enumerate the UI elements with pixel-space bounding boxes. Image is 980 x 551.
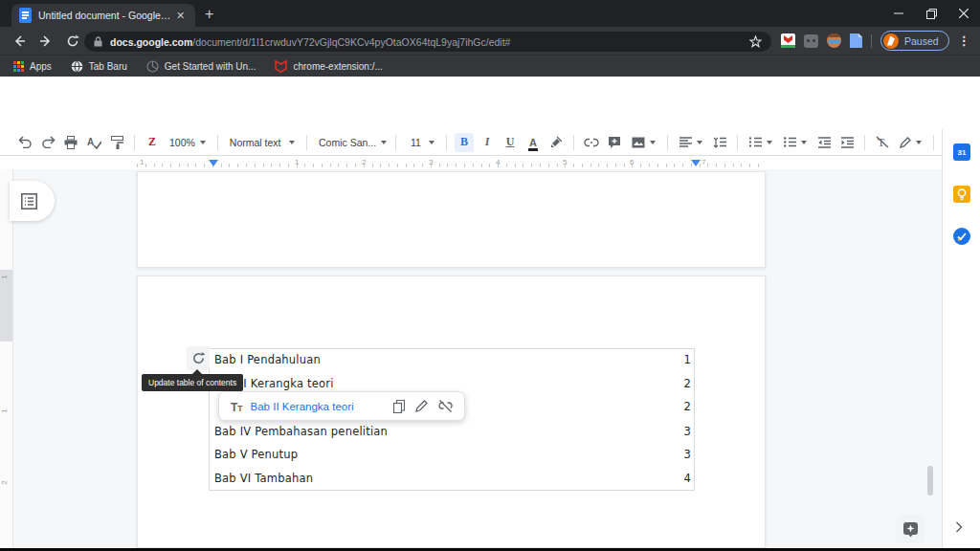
toc-row[interactable]: Bab V Penutup 3 — [214, 448, 691, 462]
font-select[interactable]: Comic San... — [315, 133, 388, 152]
line-spacing-icon[interactable] — [710, 133, 729, 152]
align-button[interactable] — [676, 133, 706, 152]
keep-icon[interactable] — [953, 186, 970, 203]
profile-avatar — [883, 33, 899, 49]
bold-button[interactable]: B — [455, 133, 474, 152]
editing-mode-button[interactable] — [896, 133, 925, 152]
paragraph-style-select[interactable]: Normal text — [226, 133, 299, 152]
back-icon[interactable] — [6, 34, 33, 48]
tasks-icon[interactable] — [953, 228, 970, 245]
document-canvas: Bab I Pendahuluan 1 Bab II Kerangka teor… — [0, 169, 942, 548]
italic-button[interactable]: I — [478, 133, 497, 152]
undo-icon[interactable] — [15, 133, 34, 152]
refresh-icon — [192, 352, 205, 364]
bookmark-tab-baru[interactable]: Tab Baru — [71, 60, 127, 73]
chevron-down-icon — [289, 141, 295, 144]
font-size-select[interactable]: 11 — [404, 133, 438, 152]
insert-link-icon[interactable] — [582, 133, 601, 152]
copy-link-icon[interactable] — [393, 400, 405, 413]
lock-icon — [94, 36, 102, 47]
side-panel: 31 — [942, 129, 980, 548]
bookmark-chrome-extension[interactable]: chrome-extension:/... — [275, 60, 382, 73]
tab-close-icon[interactable]: ✕ — [176, 10, 185, 22]
extension-area: Paused ⋮ — [781, 27, 970, 55]
chevron-down-icon — [429, 141, 434, 144]
browser-menu-icon[interactable]: ⋮ — [958, 33, 970, 48]
bookmark-apps[interactable]: Apps — [13, 61, 52, 72]
bookmark-star-icon[interactable] — [749, 35, 762, 48]
chevron-down-icon — [381, 141, 387, 144]
paint-format-icon[interactable] — [107, 133, 126, 152]
outline-icon — [21, 193, 37, 209]
pinwheel-icon — [146, 60, 159, 73]
decrease-indent-icon[interactable] — [814, 133, 834, 152]
left-indent-marker[interactable] — [209, 160, 218, 166]
forward-icon[interactable] — [33, 34, 59, 48]
extension-avatar-icon[interactable] — [827, 33, 841, 48]
bookmarks-bar: Apps Tab Baru Get Started with Un... chr… — [0, 55, 980, 77]
update-toc-tooltip: Update table of contents — [142, 374, 243, 391]
link-target[interactable]: Bab II Kerangka teori — [251, 401, 354, 412]
browser-tab[interactable]: Untitled document - Google Doc ✕ — [11, 4, 195, 27]
profile-paused-chip[interactable]: Paused — [880, 31, 949, 51]
text-color-button[interactable]: A — [523, 133, 543, 152]
chevron-down-icon — [916, 141, 922, 144]
chevron-down-icon — [200, 141, 206, 144]
extension-docs-icon[interactable] — [850, 33, 862, 48]
profile-paused-label: Paused — [904, 35, 939, 47]
underline-button[interactable]: U — [501, 133, 520, 152]
address-bar[interactable]: docs.google.com/document/d/1I1crwduvY72v… — [84, 32, 771, 52]
edit-link-icon[interactable] — [415, 400, 428, 412]
spellcheck-icon[interactable]: A — [84, 133, 103, 152]
zotero-icon[interactable]: Z — [143, 133, 162, 152]
unlink-icon[interactable] — [438, 400, 453, 412]
toc-row[interactable]: Bab IV Pembahasan penelitian 3 — [214, 425, 691, 439]
divider — [871, 34, 872, 48]
window-controls — [882, 0, 980, 27]
collapse-panel-icon[interactable] — [955, 521, 972, 539]
toc-row[interactable]: Bab VI Tambahan 4 — [214, 472, 691, 486]
apps-grid-icon — [13, 61, 24, 72]
toc-row[interactable]: Bab II Kerangka teori 2 — [214, 377, 691, 391]
docs-toolbar: A Z 100% Normal text Comic San... 11 B I… — [0, 129, 980, 156]
toc-row[interactable]: Bab I Pendahuluan 1 — [214, 353, 691, 367]
chevron-down-icon — [650, 141, 656, 144]
numbered-list-button[interactable] — [746, 133, 776, 152]
tab-title: Untitled document - Google Doc — [38, 10, 172, 21]
bulleted-list-button[interactable] — [780, 133, 811, 152]
chevron-down-icon — [801, 141, 807, 144]
window-minimize-button[interactable] — [882, 0, 915, 27]
page-1[interactable] — [137, 171, 766, 268]
explore-icon — [902, 521, 919, 538]
svg-text:A: A — [87, 137, 94, 147]
update-toc-button[interactable] — [187, 346, 210, 370]
right-indent-marker[interactable] — [691, 160, 701, 166]
extension-robot-icon[interactable] — [804, 34, 818, 48]
highlight-color-icon[interactable] — [546, 133, 566, 152]
print-icon[interactable] — [61, 133, 80, 152]
increase-indent-icon[interactable] — [837, 133, 857, 152]
mcafee-shield-icon — [275, 60, 287, 73]
show-outline-button[interactable] — [10, 181, 55, 221]
canvas-scrollbar-thumb[interactable] — [927, 466, 933, 496]
horizontal-ruler[interactable]: 1 1 2 3 4 5 6 7 — [0, 156, 942, 169]
docs-header: Untitled document File Edit View Insert … — [0, 77, 980, 129]
explore-button[interactable] — [896, 515, 924, 543]
heading-link-icon: TT — [231, 398, 243, 415]
window-close-button[interactable] — [947, 0, 980, 27]
new-tab-button[interactable]: + — [205, 5, 213, 24]
insert-image-button[interactable] — [628, 133, 659, 152]
redo-icon[interactable] — [38, 133, 57, 152]
chevron-down-icon — [697, 141, 702, 144]
bookmark-get-started[interactable]: Get Started with Un... — [146, 60, 256, 73]
zoom-select[interactable]: 100% — [166, 133, 210, 152]
add-comment-icon[interactable] — [605, 133, 624, 152]
window-restore-button[interactable] — [915, 0, 947, 27]
browser-tab-strip: Untitled document - Google Doc ✕ + — [0, 0, 980, 27]
screen: Untitled document - Google Doc ✕ + — [0, 0, 980, 551]
extension-webadvisor-icon[interactable] — [781, 33, 795, 48]
calendar-icon[interactable]: 31 — [953, 143, 970, 161]
reload-icon[interactable] — [59, 34, 86, 48]
clear-formatting-icon[interactable]: T — [873, 133, 892, 152]
vertical-ruler: 1 1 2 — [0, 169, 13, 548]
